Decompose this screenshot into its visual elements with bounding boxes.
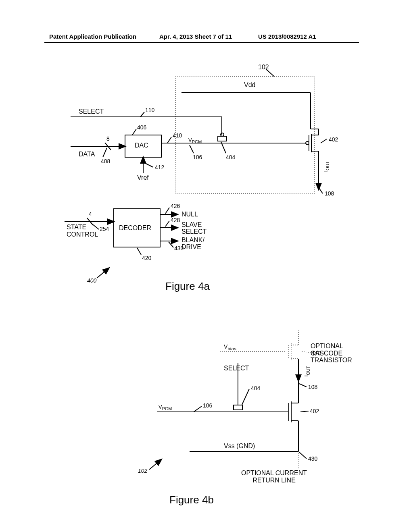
bus-width-data: 8 [106, 135, 110, 142]
svg-line-26 [103, 148, 107, 157]
svg-rect-8 [218, 136, 227, 141]
svg-line-34 [165, 208, 169, 214]
ref-440: 440 [311, 350, 321, 356]
svg-line-28 [319, 187, 323, 193]
ref-430-4b: 430 [308, 455, 317, 462]
ref-410: 410 [173, 132, 182, 139]
svg-line-20 [140, 112, 144, 117]
ref-408: 408 [101, 158, 110, 164]
label-vss: Vss (GND) [224, 443, 255, 450]
ref-404-4b: 404 [251, 385, 260, 391]
svg-line-21 [132, 129, 136, 135]
svg-rect-54 [234, 405, 242, 410]
ref-102-4a: 102 [258, 64, 269, 71]
diagram-canvas [0, 0, 413, 532]
label-iout-4a: IOUT [323, 161, 330, 172]
svg-line-63 [299, 452, 307, 459]
ref-428: 428 [171, 217, 180, 223]
svg-line-25 [321, 139, 327, 143]
ref-110: 110 [145, 107, 154, 113]
svg-line-27 [145, 163, 153, 167]
ref-426: 426 [171, 203, 180, 209]
ref-108-4b: 108 [308, 384, 317, 390]
svg-line-62 [300, 411, 309, 412]
svg-line-59 [299, 384, 307, 387]
ref-254: 254 [100, 226, 109, 232]
label-vbias: Vbias [224, 343, 236, 351]
ref-402-4b: 402 [310, 408, 319, 414]
label-vpgm-4b: VPGM [159, 404, 172, 411]
svg-line-35 [165, 221, 169, 227]
label-iout-4b: IOUT [303, 366, 311, 376]
caption-fig4b: Figure 4b [169, 494, 214, 506]
ref-402-4a: 402 [329, 136, 338, 143]
label-data: DATA [79, 151, 95, 158]
svg-line-58 [302, 351, 311, 353]
ref-412: 412 [155, 164, 164, 170]
pixel-boundary-4a [175, 77, 315, 193]
label-select-4b: SELECT [224, 365, 249, 372]
label-blank-drive: BLANK/ DRIVE [181, 237, 204, 251]
label-vdd: Vdd [244, 81, 255, 89]
label-dac: DAC [135, 142, 148, 149]
bus-width-state: 4 [89, 211, 92, 217]
label-decoder: DECODER [119, 224, 151, 232]
ref-400: 400 [87, 277, 96, 284]
ref-102-4b: 102 [138, 468, 147, 474]
ref-106-4b: 106 [203, 402, 212, 409]
label-vref: Vref [137, 174, 149, 181]
ref-108-4a: 108 [325, 190, 334, 197]
svg-line-23 [190, 145, 194, 153]
caption-fig4a: Figure 4a [165, 280, 210, 293]
ref-404-4a: 404 [226, 154, 235, 160]
label-slave-select: SLAVE SELECT [181, 222, 206, 235]
label-select-4a: SELECT [79, 108, 104, 115]
label-return-line: OPTIONAL CURRENT RETURN LINE [241, 470, 307, 484]
label-vpgm-4a: VPGM [188, 137, 202, 144]
svg-line-60 [242, 389, 249, 405]
svg-line-61 [194, 406, 202, 412]
label-state-control: STATE CONTROL [67, 224, 98, 239]
ref-106-4a: 106 [193, 154, 202, 160]
ref-406: 406 [137, 124, 146, 131]
label-null: NULL [181, 211, 198, 218]
svg-line-37 [137, 248, 141, 255]
svg-line-36 [169, 242, 173, 247]
ref-430-4a: 430 [174, 245, 184, 251]
ref-420: 420 [142, 255, 151, 261]
svg-line-22 [167, 137, 171, 143]
svg-line-24 [221, 142, 226, 153]
svg-line-39 [97, 268, 109, 278]
svg-line-64 [149, 459, 161, 470]
